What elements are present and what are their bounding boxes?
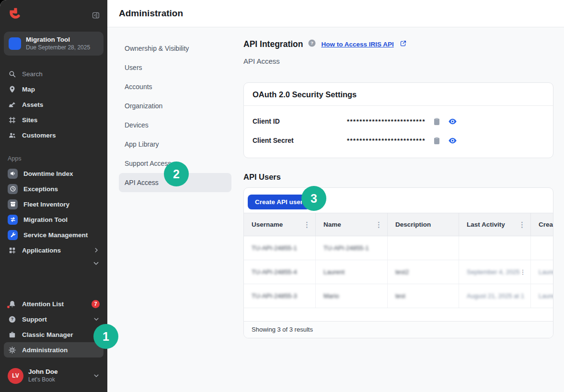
cell-description [388, 236, 459, 260]
map-pin-icon [8, 85, 16, 93]
column-menu-icon[interactable]: ⋮ [372, 220, 382, 229]
archive-icon [8, 199, 18, 209]
sidebar-item-sites[interactable]: Sites [4, 112, 104, 127]
user-menu[interactable]: LV John Doe Let's Book [4, 365, 104, 386]
table-row[interactable]: TU-API-24855-1TU-API-24855-1 [244, 236, 553, 260]
column-menu-icon[interactable]: ⋮ [300, 220, 311, 229]
column-header-username[interactable]: Username⋮ [244, 213, 316, 236]
cell-created: Laurent [531, 284, 553, 308]
cell-value: September 4, 2025 [467, 268, 520, 276]
cell-value: Laurent [539, 292, 553, 300]
excavator-icon [8, 100, 16, 109]
gear-icon [8, 346, 16, 354]
sidebar-item-map[interactable]: Map [4, 81, 104, 97]
sidebar-item-classic-manager[interactable]: Classic Manager [4, 327, 104, 342]
column-header-name[interactable]: Name⋮ [316, 213, 388, 236]
admin-menu-item-label: Ownership & Visibility [125, 45, 189, 52]
cell-username: TU-API-24855-1 [244, 236, 316, 260]
svg-text:?: ? [11, 317, 13, 322]
admin-menu-item-label: Users [125, 64, 142, 71]
column-label: Last Activity [467, 221, 505, 228]
sidebar-item-customers[interactable]: Customers [4, 127, 104, 143]
row-menu-icon[interactable]: ⋮ [520, 268, 526, 276]
sidebar-item-label: Applications [22, 247, 61, 254]
megaphone-icon [8, 169, 18, 179]
clock-icon [8, 184, 18, 194]
external-link-icon[interactable] [399, 40, 407, 49]
apps-collapse-chevron[interactable] [0, 258, 107, 270]
sidebar-item-label: Fleet Inventory [23, 201, 69, 208]
table-row[interactable]: TU-API-24855-4Laurenttest2September 4, 2… [244, 260, 553, 284]
sidebar-item-fleet-inventory[interactable]: Fleet Inventory [4, 196, 104, 212]
sidebar-item-applications[interactable]: Applications [4, 242, 104, 258]
cell-value: test2 [395, 268, 409, 276]
column-header-last-activity[interactable]: Last Activity⋮ [459, 213, 531, 236]
table-body: TU-API-24855-1TU-API-24855-1TU-API-24855… [244, 236, 553, 308]
admin-menu-item-app-library[interactable]: App Library [119, 135, 231, 154]
search-icon [8, 69, 16, 78]
step-badge-2: 2 [164, 161, 189, 186]
api-users-table-card: Create API user Username⋮Name⋮Descriptio… [243, 187, 553, 338]
sidebar-item-assets[interactable]: Assets [4, 97, 104, 112]
section-title: API Integration [243, 39, 303, 49]
eye-icon[interactable] [448, 136, 457, 145]
create-api-user-button[interactable]: Create API user [248, 195, 310, 209]
cell-value: TU-API-24855-3 [252, 292, 297, 300]
question-circle-icon: ? [8, 315, 16, 323]
oauth-field-label: Client ID [253, 117, 347, 125]
sidebar-item-administration[interactable]: Administration [4, 342, 104, 357]
admin-menu-item-ownership-visibility[interactable]: Ownership & Visibility [119, 39, 231, 58]
eye-icon[interactable] [448, 117, 457, 126]
sidebar-item-search[interactable]: Search [4, 66, 104, 81]
frame-icon [8, 115, 16, 124]
transfer-arrows-icon [8, 215, 18, 225]
cell-description: test2 [388, 260, 459, 284]
chevron-down-icon [92, 260, 100, 269]
sidebar-item-exceptions[interactable]: Exceptions [4, 181, 104, 196]
sidebar-item-attention-list[interactable]: Attention List7 [4, 296, 104, 311]
cell-name: Mario [316, 284, 388, 308]
cell-created: Laurent [531, 260, 553, 284]
admin-menu-item-label: Accounts [125, 83, 152, 91]
table-row[interactable]: TU-API-24855-3MariotestAugust 21, 2025 a… [244, 284, 553, 308]
sidebar-bottom-nav: Attention List7?SupportClassic ManagerAd… [0, 296, 107, 357]
admin-menu-item-label: Devices [125, 121, 149, 129]
column-header-created[interactable]: Created [531, 213, 553, 236]
table-empty-strip [244, 308, 553, 321]
sidebar-item-label: Search [22, 70, 43, 78]
admin-menu-item-accounts[interactable]: Accounts [119, 77, 231, 96]
clipboard-icon[interactable] [432, 117, 441, 126]
content-area: Administration Ownership & VisibilityUse… [107, 0, 564, 392]
sidebar-item-label: Sites [22, 116, 37, 124]
sidebar-item-downtime-index[interactable]: Downtime Index [4, 166, 104, 181]
sidebar-item-support[interactable]: ?Support [4, 311, 104, 327]
sidebar-header [0, 0, 107, 28]
sidebar-item-migration-tool[interactable]: Migration Tool [4, 212, 104, 227]
cell-name: Laurent [316, 260, 388, 284]
toolbox-icon [8, 330, 16, 339]
migration-tool-card[interactable]: Migration Tool Due September 28, 2025 [4, 32, 104, 56]
admin-menu-item-users[interactable]: Users [119, 58, 231, 77]
cell-value: TU-API-24855-1 [252, 244, 297, 252]
admin-menu-item-label: App Library [125, 140, 159, 148]
user-name: John Doe [28, 368, 58, 376]
admin-menu-item-organization[interactable]: Organization [119, 96, 231, 115]
cell-value: Mario [323, 292, 339, 300]
apps-section-label: Apps [8, 155, 100, 162]
sidebar-item-service-management[interactable]: Service Management [4, 227, 104, 242]
clipboard-icon[interactable] [432, 136, 441, 145]
oauth-row-client-secret: Client Secret************************* [244, 131, 553, 150]
help-icon[interactable]: ? [308, 39, 316, 49]
table-header-row: Username⋮Name⋮DescriptionLast Activity⋮C… [244, 213, 553, 236]
column-header-description[interactable]: Description [388, 213, 459, 236]
sidebar-spacer [0, 270, 107, 296]
admin-menu-item-devices[interactable]: Devices [119, 115, 231, 135]
step-badge-1: 1 [93, 324, 118, 349]
avatar: LV [8, 368, 23, 384]
content-body: Ownership & VisibilityUsersAccountsOrgan… [107, 27, 564, 392]
sidebar-item-label: Attention List [22, 300, 64, 308]
column-menu-icon[interactable]: ⋮ [516, 220, 526, 229]
tenna-logo-icon [8, 7, 23, 24]
panel-collapse-icon[interactable] [91, 11, 101, 20]
iris-api-link[interactable]: How to Access IRIS API [321, 41, 393, 48]
